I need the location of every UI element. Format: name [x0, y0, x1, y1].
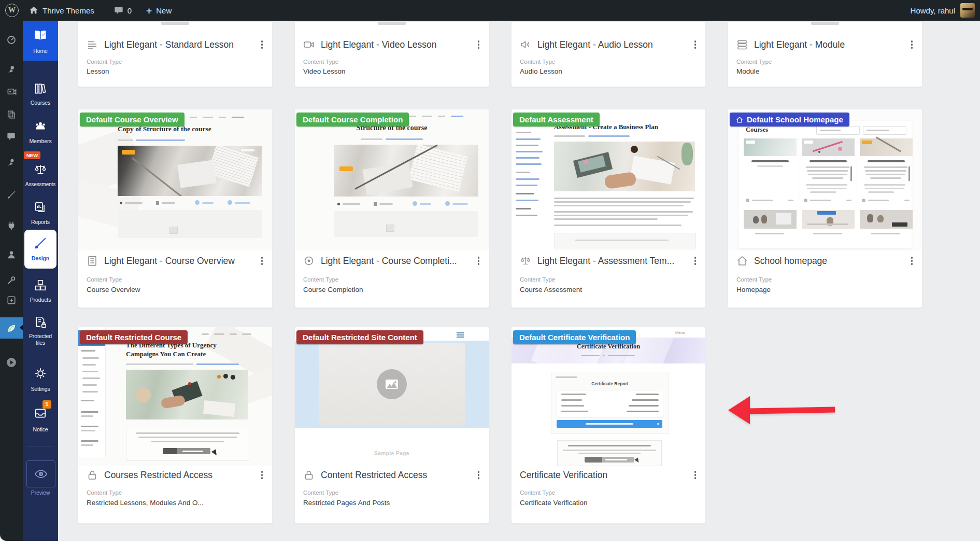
user-icon[interactable] [6, 249, 17, 260]
template-thumbnail[interactable]: Courses [728, 109, 922, 250]
template-title: Certificate Verification [520, 470, 607, 481]
content-type-label: Content Type [87, 59, 122, 65]
template-card[interactable]: Structure of the course Def [294, 109, 489, 308]
sidebar-item-protected-files[interactable]: Protected files [23, 311, 58, 349]
audio-icon [520, 39, 531, 50]
template-thumbnail[interactable]: Copy of Structure of the course [78, 109, 272, 250]
wp-logo-menu[interactable]: W [0, 0, 24, 21]
template-title: Light Elegant - Course Completi... [321, 256, 457, 267]
template-title: Light Elegant - Assessment Tem... [537, 256, 674, 267]
sidebar-item-notice[interactable]: 5 Notice [23, 401, 58, 433]
content-type-label: Content Type [736, 276, 772, 283]
template-title: Light Elegant - Module [754, 39, 845, 50]
sidebar-item-design[interactable]: Design [24, 230, 56, 269]
sidebar-item-members[interactable]: Members [23, 115, 58, 146]
template-card[interactable]: Light Elegant - Module Content Type Modu… [728, 22, 922, 87]
template-thumbnail[interactable]: Menu Certificate Verification Certificat… [512, 327, 705, 466]
plus-icon: + [146, 6, 152, 16]
kebab-menu-icon[interactable] [259, 255, 265, 267]
sidebar-item-reports[interactable]: Reports [23, 196, 58, 227]
template-card[interactable]: Menu Certificate Verification Certificat… [511, 327, 706, 524]
kebab-menu-icon[interactable] [692, 38, 699, 51]
content-type-value: Course Overview [87, 286, 140, 293]
template-card[interactable]: Sample Page Default Restricted Site Cont… [294, 327, 489, 524]
template-title: School homepage [754, 256, 827, 267]
content-type-label: Content Type [303, 489, 338, 496]
comments-icon[interactable] [6, 131, 17, 142]
kebab-menu-icon[interactable] [476, 255, 482, 267]
thumb-menu-text: Menu [675, 330, 685, 335]
sidebar-item-assessments[interactable]: NEW Assessments [23, 159, 58, 193]
template-thumbnail[interactable]: Assessment - Create a Business Plan [512, 109, 705, 250]
home-icon [29, 6, 38, 15]
media-icon[interactable] [6, 86, 17, 97]
pages-icon[interactable] [6, 109, 17, 120]
eye-icon [34, 467, 48, 481]
template-card[interactable]: Light Elegant - Audio Lesson Content Typ… [511, 22, 706, 87]
comments-link[interactable]: 0 [109, 0, 137, 21]
kebab-menu-icon[interactable] [692, 469, 699, 481]
sidebar-item-label: Products [23, 297, 58, 303]
content-type-value: Certificate Verification [520, 499, 588, 507]
template-card[interactable]: Courses [728, 109, 922, 308]
kebab-menu-icon[interactable] [259, 469, 265, 481]
dashboard-icon[interactable] [6, 34, 17, 46]
thrive-active-leaf[interactable] [0, 317, 23, 339]
kebab-menu-icon[interactable] [909, 255, 915, 267]
thumb-cta-button [122, 150, 135, 155]
content-type-value: Restricted Lessons, Modules And O... [87, 499, 204, 507]
thumb-heading-line2: Campaigns You Can Create [126, 349, 255, 358]
brush-icon[interactable] [6, 189, 17, 200]
sidebar-item-home[interactable]: Home [23, 21, 58, 61]
thrive-sidebar: Home Courses Members NEW Assessments Rep… [23, 21, 58, 541]
template-thumbnail[interactable]: The Different Types of Urgency Campaigns… [78, 327, 272, 466]
content-type-label: Content Type [87, 276, 122, 283]
kebab-menu-icon[interactable] [476, 38, 482, 51]
sidebar-item-courses[interactable]: Courses [23, 77, 58, 108]
new-badge: NEW [24, 151, 40, 159]
site-link[interactable]: Thrive Themes [24, 0, 100, 21]
template-card[interactable]: Light Elegant - Video Lesson Content Typ… [294, 22, 489, 87]
howdy-text[interactable]: Howdy, rahul [911, 6, 955, 15]
scales-icon [520, 255, 531, 267]
plug-icon[interactable] [6, 220, 17, 231]
template-thumbnail[interactable]: Structure of the course [295, 109, 489, 250]
user-avatar[interactable] [960, 3, 975, 18]
collapse-icon[interactable] [6, 357, 17, 368]
wp-admin-rail [0, 21, 23, 541]
template-card[interactable]: Light Elegant - Standard Lesson Content … [78, 22, 273, 87]
pin-icon[interactable] [6, 157, 17, 168]
sidebar-item-label: Courses [23, 100, 58, 106]
thumb-sidebar [512, 109, 546, 239]
arrow-head [728, 396, 750, 424]
kebab-menu-icon[interactable] [259, 38, 265, 51]
wrench-icon[interactable] [6, 275, 17, 286]
sidebar-item-products[interactable]: Products [23, 274, 58, 305]
new-content-button[interactable]: + New [141, 0, 177, 21]
sliders-icon[interactable] [6, 295, 17, 306]
template-card[interactable]: The Different Types of Urgency Campaigns… [78, 327, 273, 524]
thumb-notice-box [557, 440, 662, 466]
sidebar-item-label: Protected files [24, 333, 57, 346]
module-icon [736, 39, 748, 50]
pushpin-icon[interactable] [6, 64, 17, 75]
template-thumbnail[interactable]: Sample Page [295, 327, 489, 466]
content-type-value: Restricted Pages And Posts [303, 499, 390, 507]
template-card[interactable]: Copy of Structure of the course [78, 109, 273, 308]
sidebar-item-preview[interactable] [26, 460, 55, 487]
template-title: Light Elegant - Video Lesson [321, 39, 436, 50]
default-badge: Default Restricted Course [80, 330, 188, 344]
sidebar-item-settings[interactable]: Settings [23, 362, 58, 394]
thumb-button [163, 448, 210, 454]
sidebar-item-label: Preview [23, 489, 58, 496]
kebab-menu-icon[interactable] [692, 255, 699, 267]
default-badge: Default Restricted Site Content [296, 330, 423, 344]
content-type-label: Content Type [520, 489, 555, 496]
kebab-menu-icon[interactable] [909, 38, 915, 51]
sidebar-divider [27, 446, 54, 446]
thumb-button [585, 457, 634, 463]
content-type-label: Content Type [736, 59, 772, 65]
kebab-menu-icon[interactable] [476, 469, 482, 481]
template-card[interactable]: Assessment - Create a Business Plan [511, 109, 706, 308]
sidebar-item-label: Members [23, 138, 58, 144]
